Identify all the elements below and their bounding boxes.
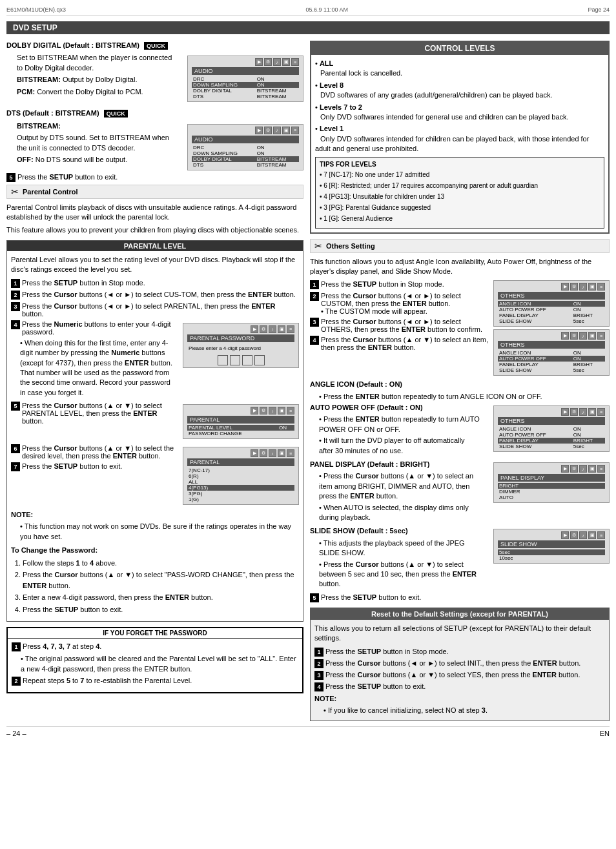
dts-osd: ▶ ⚙ ♪ ▣ ≡ AUDIO DRCON DOWN SAMPLINGON DO… [187, 124, 303, 170]
dts-osd-table: DRCON DOWN SAMPLINGON DOLBY DIGITALBITST… [192, 145, 299, 168]
parental-level-title: PARENTAL LEVEL [7, 241, 303, 251]
pl-step3: 3 Press the Cursor buttons (◄ or ►) to s… [11, 302, 299, 318]
dts-osd-title: AUDIO [192, 136, 299, 143]
dolby-title: DOLBY DIGITAL (Default : BITSTREAM) QUIC… [6, 41, 303, 50]
dolby-pcm: PCM: Convert the Dolby Digital to PCM. [17, 87, 174, 97]
tips-title: TIPS FOR LEVELS [320, 160, 600, 169]
forget-step1-bullet: The original password will be cleared an… [21, 654, 298, 674]
rs-step1: 1 Press the SETUP button in Stop mode. [314, 648, 605, 657]
page-footer: – 24 – EN [6, 726, 610, 737]
forget-password-title: IF YOU FORGET THE PASSWORD [8, 628, 302, 639]
forget-password-box: IF YOU FORGET THE PASSWORD 1 Press 4, 7,… [6, 627, 303, 693]
reset-title: Reset to the Default Settings (except fo… [311, 608, 609, 620]
parental-control-header: ✂ Parental Control [6, 185, 303, 199]
osd-icons: ▶ ⚙ ♪ ▣ ≡ [192, 58, 299, 66]
auto-power-b2: It will turn the DVD player to off autom… [319, 436, 480, 456]
left-column: DOLBY DIGITAL (Default : BITSTREAM) QUIC… [6, 41, 303, 721]
rs-step4: 4 Press the SETUP button to exit. [314, 682, 605, 691]
pl-step1: 1 Press the SETUP button in Stop mode. [11, 279, 299, 288]
reset-content: This allows you to return all selections… [311, 620, 609, 721]
cl-level1: • Level 1Only DVD softwares intended for… [315, 124, 604, 154]
osd-icon-1: ▶ [255, 58, 263, 66]
parental-level-content: Parental Level allows you to set the rat… [7, 251, 303, 621]
pl-osd3: ▶ ⚙ ♪ ▣ ≡ PARENTAL 7(NC-17) 6(R) ALL 4(P… [183, 447, 299, 505]
pl-step2: 2 Press the Cursor buttons (◄ or ►) to s… [11, 291, 299, 300]
forget-step2: 2 Repeat steps 5 to 7 to re-establish th… [12, 677, 298, 686]
auto-power-title: AUTO POWER OFF (Default : ON) [310, 403, 480, 413]
osd-icon-2: ⚙ [264, 58, 272, 66]
panel-display-osd: ▶ ⚙ ♪ ▣ ≡ PANEL DISPLAY BRIGHT DIMMER AU… [493, 462, 610, 503]
forget-step1: 1 Press 4, 7, 3, 7 at step 4. [12, 642, 298, 651]
os-step5: 5 Press the SETUP button to exit. [310, 593, 610, 602]
pl-step5: 5 Press the Cursor buttons (▲ or ▼) to s… [11, 402, 178, 425]
angle-icon-bullet: Press the ENTER button repeatedly to tur… [319, 392, 610, 402]
right-column: CONTROL LEVELS • ALLParental lock is can… [310, 41, 610, 721]
pl-note-title: NOTE: [11, 510, 299, 520]
rs-note-title: NOTE: [314, 694, 605, 704]
reset-desc: This allows you to return all selections… [314, 624, 605, 644]
dolby-section: DOLBY DIGITAL (Default : BITSTREAM) QUIC… [6, 41, 303, 105]
dts-off: OFF: No DTS sound will be output. [17, 155, 174, 165]
parental-icon: ✂ [11, 187, 19, 197]
dvd-setup-title: DVD SETUP [6, 21, 610, 34]
dolby-desc: Set to BITSTREAM when the player is conn… [17, 53, 174, 73]
dts-section: DTS (Default : BITSTREAM) QUICK BITSTREA… [6, 108, 303, 181]
control-levels-content: • ALLParental lock is cancelled. • Level… [311, 55, 608, 232]
others-setting-header: ✂ Others Setting [310, 239, 610, 253]
tip-1: • 1 [G]: General Audience [320, 214, 600, 223]
osd-icon-4: ▣ [282, 58, 290, 66]
dts-step5: 5 Press the SETUP button to exit. [6, 173, 303, 182]
panel-b1: Press the Cursor buttons (▲ or ▼) to sel… [319, 471, 480, 501]
filename: E61M0/M1UD(EN).qx3 [6, 6, 66, 13]
os-step3: 3 Press the Cursor buttons (◄ or ►) to s… [310, 318, 488, 333]
tip-7: • 7 [NC-17]: No one under 17 admitted [320, 170, 600, 179]
parental-level-box: PARENTAL LEVEL Parental Level allows you… [6, 240, 303, 622]
slide-b2: Press the Cursor buttons (▲ or ▼) to sel… [319, 560, 480, 589]
os-step1: 1 Press the SETUP button in Stop mode. [310, 280, 488, 289]
control-levels-box: CONTROL LEVELS • ALLParental lock is can… [310, 41, 610, 234]
control-levels-title: CONTROL LEVELS [311, 42, 608, 55]
pl-note: This function may not work on some DVDs.… [20, 522, 299, 542]
cl-levels7-2: • Levels 7 to 2Only DVD softwares intend… [315, 103, 604, 123]
rs-step3: 3 Press the Cursor buttons (▲ or ▼) to s… [314, 671, 605, 680]
dts-bitstream-text: Output by DTS sound. Set to BITSTREAM wh… [17, 133, 174, 153]
forget-password-content: 1 Press 4, 7, 3, 7 at step 4. The origin… [8, 639, 302, 692]
dolby-quick-badge: QUICK [144, 42, 168, 50]
os-osd1: ▶ ⚙ ♪ ▣ ≡ OTHERS ANGLE ICONON AUTO POWER… [493, 280, 610, 327]
dts-osd-icons: ▶ ⚙ ♪ ▣ ≡ [192, 127, 299, 134]
dts-bitstream-label: BITSTREAM: [17, 121, 174, 131]
dts-title: DTS (Default : BITSTREAM) QUICK [6, 108, 303, 118]
pl-osd2: ▶ ⚙ ♪ ▣ ≡ PARENTAL PARENTAL LEVELON PASS… [183, 404, 299, 439]
osd-audio-table: DRCON DOWN SAMPLINGON DOLBY DIGITALBITST… [192, 76, 299, 99]
page-number: – 24 – [6, 730, 26, 737]
tip-3: • 3 [PG]: Parental Guidance suggested [320, 203, 600, 212]
tip-4: • 4 [PG13]: Unsuitable for children unde… [320, 192, 600, 201]
slide-b1: This adjusts the playback speed of the J… [319, 538, 480, 558]
panel-b2: When AUTO is selected, the display dims … [319, 503, 480, 523]
others-desc: This function allows you to adjust Angle… [310, 257, 610, 277]
pl-step4-bullet: When doing this for the first time, ente… [20, 338, 178, 398]
page: Page 24 [588, 6, 610, 13]
parental-level-desc: Parental Level allows you to set the rat… [11, 255, 299, 275]
page-header: E61M0/M1UD(EN).qx3 05.6.9 11:00 AM Page … [6, 6, 610, 16]
pl-step7: 7 Press the SETUP button to exit. [11, 462, 178, 471]
slide-show-title: SLIDE SHOW (Default : 5sec) [310, 526, 480, 536]
rs-step2: 2 Press the Cursor buttons (◄ or ►) to s… [314, 659, 605, 668]
os-osd2: ▶ ⚙ ♪ ▣ ≡ OTHERS ANGLE ICONON AUTO POWER… [493, 329, 610, 376]
osd-icon-3: ♪ [273, 58, 281, 66]
auto-power-osd: ▶ ⚙ ♪ ▣ ≡ OTHERS ANGLE ICONON AUTO POWER… [493, 405, 610, 452]
language: EN [600, 730, 610, 737]
dolby-osd: ▶ ⚙ ♪ ▣ ≡ AUDIO DRCON DOWN SAMPLINGON DO… [187, 56, 303, 102]
change-password-list: Follow the steps 1 to 4 above. Press the… [23, 558, 299, 615]
tip-6: • 6 [R]: Restricted; under 17 requires a… [320, 181, 600, 190]
tips-box: TIPS FOR LEVELS • 7 [NC-17]: No one unde… [315, 157, 604, 229]
parental-title: Parental Control [23, 188, 78, 196]
others-title: Others Setting [326, 242, 375, 250]
pl-osd1: ▶ ⚙ ♪ ▣ ≡ PARENTAL PASSWORD Please enter… [183, 323, 299, 368]
others-icon: ✂ [314, 241, 322, 251]
pl-step4: 4 Press the Numeric buttons to enter you… [11, 320, 178, 336]
reset-box: Reset to the Default Settings (except fo… [310, 608, 610, 722]
osd-icon-5: ≡ [291, 58, 299, 66]
parental-desc2: This feature allows you to prevent your … [6, 225, 303, 235]
rs-note: If you like to cancel initializing, sele… [323, 706, 605, 715]
